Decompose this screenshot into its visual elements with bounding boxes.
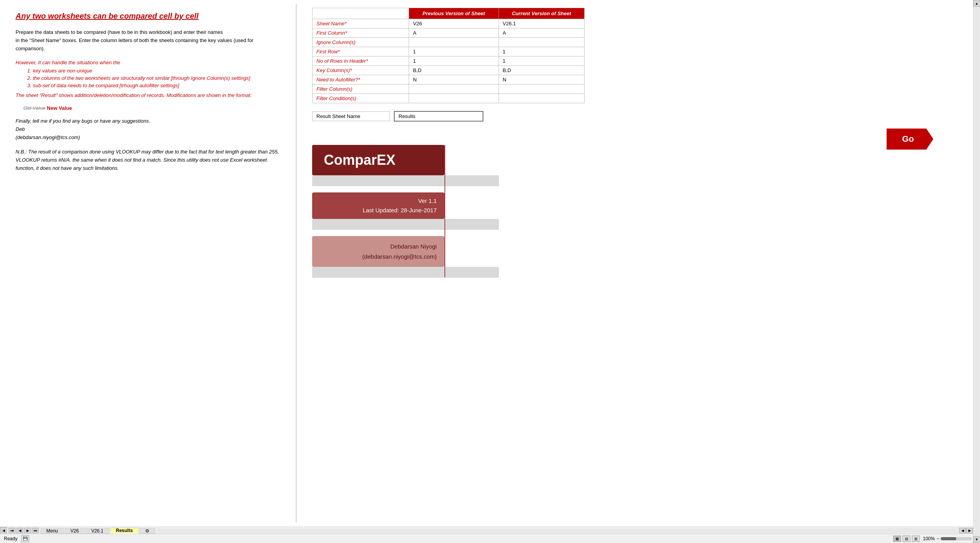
status-bar: Ready 💾 ▦ ▤ ▥ 100% − + <box>0 534 980 543</box>
version-shadow <box>312 219 499 230</box>
row-curr-value <box>499 38 584 47</box>
sheet-nav-first[interactable]: ⏮ <box>9 528 16 533</box>
version-number: Ver 1.1 <box>320 196 437 206</box>
zoom-slider[interactable] <box>941 537 972 540</box>
tab-settings[interactable]: ⚙ <box>139 528 155 534</box>
scrollbar-right[interactable]: ▲ ▼ <box>973 0 980 527</box>
compare-table: Previous Version of Sheet Current Versio… <box>312 8 585 103</box>
version-box: Ver 1.1 Last Updated: 28-June-2017 <box>312 192 444 219</box>
scroll-left-button[interactable]: ◀ <box>0 527 7 534</box>
new-value-label: New Value <box>47 105 72 111</box>
sheet-nav-last[interactable]: ⏭ <box>32 528 39 533</box>
list-item-2: 2. the columns of the two worksheets are… <box>27 75 280 81</box>
zoom-controls: 100% − + <box>923 536 976 541</box>
table-row: First Row*11 <box>313 47 585 56</box>
contact-line-1: Finally, tell me if you find any bugs or… <box>16 118 280 124</box>
sheet-nav-prev[interactable]: ◀ <box>16 528 23 533</box>
nb-text: N.B.: The result of a comparison done us… <box>16 148 280 172</box>
go-button[interactable]: Go <box>887 129 933 150</box>
table-row: No of Rows in Header*11 <box>313 56 585 66</box>
table-row: First Column*AA <box>313 28 585 38</box>
tab-v26-1[interactable]: V26.1 <box>85 528 109 534</box>
row-curr-value <box>499 85 584 94</box>
author-shadow <box>312 267 499 278</box>
row-curr-value: 1 <box>499 47 584 56</box>
zoom-level: 100% <box>923 536 935 541</box>
comparex-shadow <box>312 175 499 186</box>
scroll-up-button[interactable]: ▲ <box>973 0 980 7</box>
row-label: First Column* <box>313 28 409 38</box>
list-item-3: 3. sub-set of data needs to be compared … <box>27 83 280 88</box>
however-header: However, It can handle the situations wh… <box>16 60 280 65</box>
branding-area: ComparEX Ver 1.1 Last Updated: 28-June-2… <box>312 145 515 277</box>
row-curr-value: 1 <box>499 56 584 66</box>
row-prev-value <box>409 94 499 103</box>
row-prev-value: 1 <box>409 56 499 66</box>
row-prev-value: A <box>409 28 499 38</box>
author-box: Debdarsan Niyogi (debdarsan.niyogi@tcs.c… <box>312 236 444 267</box>
comparex-logo: ComparEX <box>312 145 444 175</box>
result-format-text: The sheet "Result" shows addition/deleti… <box>16 92 280 98</box>
table-row: Need to Autofilter?*NN <box>313 75 585 85</box>
result-sheet-label: Result Sheet Name <box>316 113 360 119</box>
left-panel: Any two worksheets can be compared cell … <box>0 0 296 527</box>
table-row: Filter Column(s) <box>313 85 585 94</box>
row-prev-value: V26 <box>409 19 499 28</box>
row-curr-value: B,D <box>499 66 584 75</box>
row-label: No of Rows in Header* <box>313 56 409 66</box>
contact-line-2: Deb <box>16 126 280 132</box>
row-label: Key Column(s)* <box>313 66 409 75</box>
old-new-value-example: Old Value New Value <box>23 105 280 111</box>
row-label: Filter Column(s) <box>313 85 409 94</box>
row-label: Sheet Name* <box>313 19 409 28</box>
table-row: Sheet Name*V26V26.1 <box>313 19 585 28</box>
row-prev-value <box>409 38 499 47</box>
scrollbar-bottom[interactable]: ◀ ⏮ ◀ ▶ ⏭ Menu V26 V26.1 Results ⚙ <box>0 527 980 534</box>
result-sheet-row: Result Sheet Name <box>312 111 585 122</box>
normal-view-icon[interactable]: ▦ <box>893 536 901 542</box>
page-break-icon[interactable]: ▥ <box>912 536 920 542</box>
table-header-current: Current Version of Sheet <box>499 8 584 19</box>
row-label: Need to Autofilter?* <box>313 75 409 85</box>
intro-paragraph: Prepare the data sheets to be compared (… <box>16 28 280 53</box>
row-curr-value: A <box>499 28 584 38</box>
scroll-page-left[interactable]: ◀ <box>959 528 966 533</box>
table-row: Filter Condition(s) <box>313 94 585 103</box>
row-prev-value <box>409 85 499 94</box>
tab-results[interactable]: Results <box>110 528 139 534</box>
right-panel: Previous Version of Sheet Current Versio… <box>297 0 980 527</box>
table-row: Key Column(s)*B,DB,D <box>313 66 585 75</box>
scroll-track-horizontal <box>157 528 958 533</box>
status-text: Ready <box>4 536 18 541</box>
view-icons: ▦ ▤ ▥ <box>893 536 920 542</box>
result-sheet-input[interactable] <box>394 111 483 122</box>
scroll-page-right[interactable]: ▶ <box>966 528 973 533</box>
status-right: ▦ ▤ ▥ 100% − + <box>893 536 976 542</box>
vertical-connector <box>444 145 445 277</box>
old-value-label: Old Value <box>23 105 46 111</box>
author-name: Debdarsan Niyogi <box>320 242 437 252</box>
sheet-tabs: Menu V26 V26.1 Results ⚙ <box>40 527 156 534</box>
author-email: (debdarsan.niyogi@tcs.com) <box>320 252 437 262</box>
sheet-nav-next[interactable]: ▶ <box>24 528 31 533</box>
row-label: Filter Condition(s) <box>313 94 409 103</box>
save-icon[interactable]: 💾 <box>21 535 29 542</box>
list-item-1: 1. key values are non-unique <box>27 68 280 74</box>
contact-line-3: (debdarsan.niyogi@tcs.com) <box>16 134 280 140</box>
scroll-track-right <box>974 8 980 527</box>
tab-v26[interactable]: V26 <box>65 528 84 534</box>
row-curr-value: V26.1 <box>499 19 584 28</box>
row-prev-value: B,D <box>409 66 499 75</box>
page-layout-icon[interactable]: ▤ <box>903 536 910 542</box>
row-prev-value: N <box>409 75 499 85</box>
table-row: Ignore Column(s) <box>313 38 585 47</box>
tab-menu[interactable]: Menu <box>40 528 64 534</box>
status-left: Ready 💾 <box>4 535 29 542</box>
row-curr-value <box>499 94 584 103</box>
zoom-minus-icon[interactable]: − <box>936 536 939 541</box>
page-title: Any two worksheets can be compared cell … <box>16 12 280 21</box>
table-header-empty <box>313 8 409 19</box>
row-label: Ignore Column(s) <box>313 38 409 47</box>
row-prev-value: 1 <box>409 47 499 56</box>
row-curr-value: N <box>499 75 584 85</box>
